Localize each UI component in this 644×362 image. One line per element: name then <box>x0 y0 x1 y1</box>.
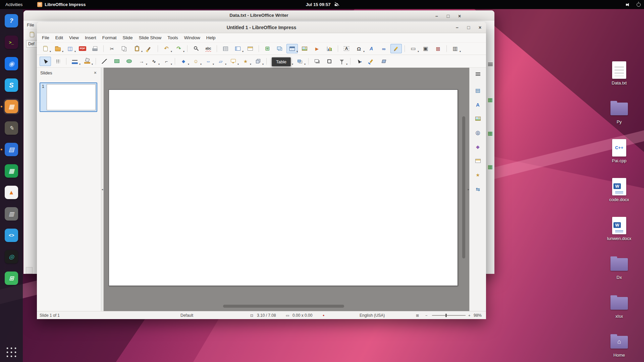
writer-sidebar-tab-3[interactable]: ▦ <box>488 161 493 173</box>
symbol-shapes[interactable]: ☺ <box>190 57 202 66</box>
toolbar-button[interactable] <box>446 45 447 52</box>
insert-fontwork[interactable]: A <box>366 44 377 53</box>
desktop-file-code-docx[interactable]: W code.docx <box>602 177 636 216</box>
vscode[interactable]: <> <box>4 228 19 243</box>
redo[interactable]: ↷ <box>173 44 184 53</box>
impress[interactable]: ▦ <box>4 99 19 114</box>
duplicate-slide[interactable] <box>274 44 285 53</box>
header-and-footer[interactable]: ▭ <box>408 44 419 53</box>
desktop-folder-py[interactable]: Py <box>602 100 636 138</box>
fill-color[interactable] <box>82 57 93 66</box>
system-status-area[interactable] <box>626 0 641 9</box>
desktop-file-data-txt[interactable]: Data.txt <box>602 61 636 100</box>
files[interactable]: ▥ <box>4 206 19 222</box>
new-slide[interactable]: ⊞ <box>262 44 273 53</box>
menubar-item[interactable]: Slide Show <box>136 33 165 43</box>
master-slides[interactable] <box>472 156 484 166</box>
close-button[interactable]: × <box>476 24 484 31</box>
3d-objects[interactable] <box>252 57 264 66</box>
insert-line[interactable] <box>99 57 110 66</box>
zoom-level[interactable]: 98% <box>474 311 482 319</box>
horizontal-scrollbar[interactable] <box>223 305 344 308</box>
insert-text-box[interactable]: A <box>341 44 352 53</box>
stars-and-banners[interactable]: ★ <box>240 57 251 66</box>
display-grid[interactable] <box>220 44 231 53</box>
toolbar-button[interactable] <box>187 45 187 52</box>
desktop-file-lunwen-docx[interactable]: W lunwen.docx <box>602 216 636 255</box>
gallery[interactable] <box>472 113 484 124</box>
properties[interactable]: ▤ <box>472 85 484 96</box>
save[interactable]: ◫ <box>64 44 76 53</box>
gimp[interactable]: ✎ <box>4 120 19 136</box>
slide-thumbnail[interactable] <box>47 84 96 110</box>
display-mode[interactable]: ▥ <box>449 44 461 53</box>
copy[interactable] <box>119 44 130 53</box>
insert-table[interactable] <box>286 44 298 53</box>
animation[interactable]: ★ <box>472 170 484 180</box>
toolbar-button[interactable] <box>308 58 309 65</box>
block-arrows[interactable]: ⇔ <box>203 57 214 66</box>
show-applications-icon[interactable] <box>6 347 17 358</box>
arrange[interactable] <box>294 57 306 66</box>
writer-titlebar[interactable]: Data.txt - LibreOffice Writer – □ × <box>23 10 494 20</box>
paste[interactable] <box>131 44 143 53</box>
navigator[interactable]: ◎ <box>472 127 484 138</box>
menubar-item[interactable]: Insert <box>82 33 99 43</box>
status-language[interactable]: English (USA) <box>360 311 385 319</box>
zoom-pan[interactable] <box>52 57 63 66</box>
collapse-right-icon[interactable]: ▸ <box>468 188 469 191</box>
toolbar-button[interactable] <box>350 58 351 65</box>
menubar-item[interactable]: Tools <box>164 33 181 43</box>
slide-canvas[interactable]: ▸ <box>104 68 469 311</box>
menubar-item-file[interactable]: File <box>27 22 34 27</box>
toggle-extrusion[interactable] <box>378 57 389 66</box>
writer[interactable]: ▤ <box>4 142 19 157</box>
sidebar-settings-icon[interactable] <box>476 72 480 76</box>
cut[interactable]: ✂ <box>106 44 118 53</box>
glue-points[interactable] <box>366 57 377 66</box>
desktop-folder-xlsx[interactable]: xlsx <box>602 294 636 333</box>
toolbar-button[interactable] <box>338 45 338 52</box>
menubar-item[interactable]: View <box>66 33 82 43</box>
insert-audio-video[interactable]: ▶ <box>311 44 323 53</box>
toolbar-button[interactable] <box>259 45 259 52</box>
rectangle[interactable] <box>111 57 122 66</box>
ellipse[interactable] <box>123 57 135 66</box>
zoom-in-button[interactable]: + <box>468 311 470 319</box>
desktop-folder-dx[interactable]: Dx <box>602 255 636 294</box>
toolbar-button[interactable] <box>96 58 96 65</box>
toolbar-button[interactable] <box>405 45 405 52</box>
status-layout-name[interactable]: Default <box>180 311 193 319</box>
calc[interactable]: ▦ <box>4 163 19 179</box>
open-file[interactable] <box>52 44 63 53</box>
slide-editing-area[interactable] <box>109 89 458 286</box>
clone-formatting[interactable] <box>144 44 155 53</box>
minimize-button[interactable]: – <box>453 24 461 31</box>
slide-thumbnail-selected[interactable]: 1 <box>40 82 97 112</box>
insert-special-character[interactable]: Ω <box>353 44 365 53</box>
minimize-button[interactable]: – <box>433 12 440 20</box>
delete-slide[interactable]: ⊠ <box>432 44 444 53</box>
toolbar-button[interactable] <box>266 58 267 65</box>
writer-new-document-icon[interactable] <box>26 30 38 39</box>
writer-sidebar-tab-2[interactable]: ▦ <box>488 128 493 139</box>
menubar-item[interactable]: Help <box>203 33 219 43</box>
zoom-out-button[interactable]: − <box>425 311 427 319</box>
software-store[interactable]: ⊞ <box>4 270 19 286</box>
edit-points[interactable] <box>353 57 365 66</box>
display-views[interactable] <box>232 44 244 53</box>
ide[interactable]: ◎ <box>4 249 19 264</box>
toolbar-button[interactable] <box>158 45 158 52</box>
select[interactable] <box>40 57 51 66</box>
menubar-item[interactable]: Slide <box>120 33 136 43</box>
toolbar-button[interactable] <box>175 58 175 65</box>
insert-chart[interactable] <box>324 44 335 53</box>
skype[interactable]: S <box>4 77 19 93</box>
lines-and-arrows[interactable]: → <box>136 57 147 66</box>
maximize-button[interactable]: □ <box>465 24 472 31</box>
print[interactable] <box>89 44 101 53</box>
connectors[interactable]: ⌐ <box>161 57 172 66</box>
browser[interactable]: ◉ <box>4 56 19 71</box>
vertical-scrollbar[interactable] <box>462 116 465 258</box>
activities-button[interactable]: Activities <box>0 0 28 9</box>
